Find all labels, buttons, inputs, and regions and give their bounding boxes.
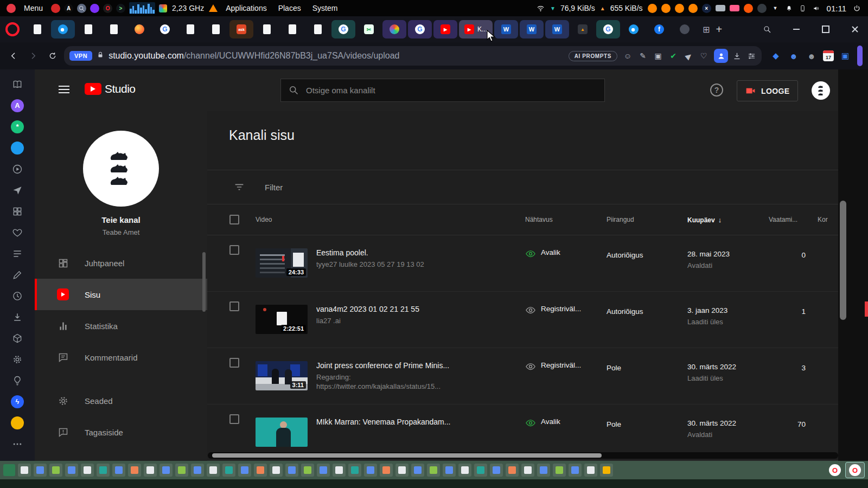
taskbar-item[interactable] (553, 464, 566, 477)
restrictions-cell[interactable]: Autoriõigus (607, 235, 687, 260)
taskbar-item[interactable] (521, 464, 534, 477)
wifi-icon[interactable] (536, 4, 545, 13)
send-icon[interactable]: ▶ (680, 48, 697, 65)
opera-logo-icon[interactable] (5, 22, 20, 36)
ladybug-icon[interactable] (51, 4, 60, 13)
tab-tiling-icon[interactable]: ⊞ (703, 24, 710, 35)
browser-tab[interactable] (51, 20, 75, 38)
studio-search-input[interactable] (280, 79, 605, 102)
video-row[interactable]: 2:22:51 vana4m2 2023 01 02 21 21 55 lia2… (207, 292, 868, 348)
chat-blue-icon[interactable]: ▣ (839, 49, 852, 62)
sidebar-app-yellow-icon[interactable] (0, 412, 35, 433)
taskbar-item[interactable] (81, 464, 94, 477)
places-menu[interactable]: Places (275, 4, 304, 12)
taskbar-item[interactable] (285, 464, 298, 477)
show-desktop-button[interactable] (3, 464, 15, 476)
vlc-icon[interactable] (209, 4, 218, 12)
aria-purple-icon[interactable] (90, 4, 99, 13)
sidebar-favorites-icon[interactable] (0, 222, 35, 243)
browser-tab[interactable] (622, 20, 646, 38)
sidebar-speed-dial-icon[interactable] (0, 201, 35, 222)
edit-icon[interactable]: ✎ (637, 50, 649, 62)
opera-red-icon[interactable]: O (103, 4, 112, 13)
taskbar-item[interactable] (380, 464, 393, 477)
browser-tab[interactable] (255, 20, 279, 38)
browser-tab[interactable]: G (408, 20, 432, 38)
forward-button[interactable] (25, 48, 41, 64)
video-thumbnail[interactable]: 24:33 (256, 248, 308, 278)
sidebar-item-kommentaarid[interactable]: Kommentaarid (35, 342, 207, 373)
person-share-icon[interactable]: ☻ (787, 49, 800, 62)
sidebar-create-icon[interactable] (0, 264, 35, 285)
column-visibility[interactable]: Nähtavus (525, 204, 607, 223)
download-icon[interactable] (732, 52, 742, 61)
taskbar-item[interactable] (411, 464, 424, 477)
video-thumbnail[interactable]: 2:22:51 (256, 305, 308, 334)
sidebar-settings-icon[interactable] (0, 349, 35, 370)
taskbar-item[interactable] (34, 464, 47, 477)
taskbar-item[interactable] (175, 464, 188, 477)
taskbar-item[interactable] (364, 464, 377, 477)
sidebar-downloads-icon[interactable] (0, 306, 35, 328)
sidebar-extensions-icon[interactable] (0, 328, 35, 349)
profile-badge-icon[interactable] (714, 49, 728, 63)
taskbar-item[interactable] (333, 464, 346, 477)
sidebar-aria-icon[interactable]: A (0, 95, 35, 116)
taskbar-item[interactable] (207, 464, 220, 477)
new-tab-button[interactable]: + (711, 23, 726, 36)
taskbar-item[interactable] (159, 464, 173, 477)
sidebar-scrollbar-thumb[interactable] (202, 252, 206, 312)
maximize-button[interactable] (818, 22, 833, 37)
taskbar-item[interactable] (301, 464, 314, 477)
video-subtitle-link[interactable]: https://twitter.com/kajakallas/status/15… (316, 382, 449, 390)
sidebar-item-seaded[interactable]: Seaded (35, 385, 207, 416)
taskbar-item[interactable] (443, 464, 456, 477)
visibility-cell[interactable]: Registriväl... (525, 292, 607, 316)
horizontal-scrollbar-thumb[interactable] (212, 453, 602, 458)
browser-tab[interactable] (204, 20, 228, 38)
taskbar-item[interactable] (395, 464, 409, 477)
account-avatar[interactable] (812, 81, 830, 100)
taskbar-item[interactable] (222, 464, 235, 477)
ai-prompts-button[interactable]: AI PROMPTS (569, 51, 617, 61)
phone-icon[interactable] (798, 4, 807, 13)
dark-app-icon[interactable] (757, 4, 767, 13)
people-gray-icon[interactable]: ☻ (805, 49, 818, 62)
taskbar-item[interactable] (537, 464, 550, 477)
taskbar-item[interactable] (112, 464, 125, 477)
video-title[interactable]: Eestima poolel. (316, 248, 424, 257)
sidebar-panel-marker[interactable] (857, 46, 863, 66)
back-button[interactable] (5, 48, 22, 64)
select-all-checkbox[interactable] (229, 215, 239, 224)
applications-menu[interactable]: Applications (222, 4, 270, 12)
taskbar-item[interactable] (427, 464, 440, 477)
taskbar-item[interactable] (49, 464, 62, 477)
browser-tab[interactable]: ▲ (571, 20, 595, 38)
studio-logo[interactable]: Studio (85, 82, 136, 95)
notifier-orange-icon[interactable] (648, 4, 657, 13)
browser-tab[interactable] (280, 20, 304, 38)
video-thumbnail[interactable] (256, 418, 308, 447)
sidebar-messenger-icon[interactable]: ϟ (0, 391, 35, 412)
browser-tab[interactable]: W (545, 20, 569, 38)
taskbar-item[interactable] (128, 464, 141, 477)
sidebar-item-sisu[interactable]: Sisu (35, 279, 207, 310)
browser-tab[interactable] (76, 20, 100, 38)
column-restrictions[interactable]: Piirangud (607, 204, 687, 223)
column-video[interactable]: Video (256, 204, 525, 223)
sidebar-more-icon[interactable] (0, 433, 35, 454)
keyboard-gray-icon[interactable] (716, 5, 725, 11)
row-checkbox[interactable] (229, 245, 239, 255)
sidebar-feed-icon[interactable] (0, 243, 35, 264)
row-checkbox[interactable] (229, 414, 239, 424)
help-button[interactable]: ? (710, 84, 723, 97)
vertical-scrollbar-thumb[interactable] (840, 201, 846, 320)
browser-tab[interactable]: G (153, 20, 177, 38)
orange-app-icon[interactable] (744, 4, 753, 13)
browser-tab[interactable]: ▶ (433, 20, 457, 38)
sidebar-item-tagasiside[interactable]: Tagasiside (35, 416, 207, 448)
taskbar-item[interactable] (238, 464, 251, 477)
column-date[interactable]: Kuupäev↓ (687, 204, 769, 224)
video-title[interactable]: MIkk Marran: Venemaa Propakandam... (316, 418, 450, 426)
create-button[interactable]: LOOGE (737, 80, 798, 101)
